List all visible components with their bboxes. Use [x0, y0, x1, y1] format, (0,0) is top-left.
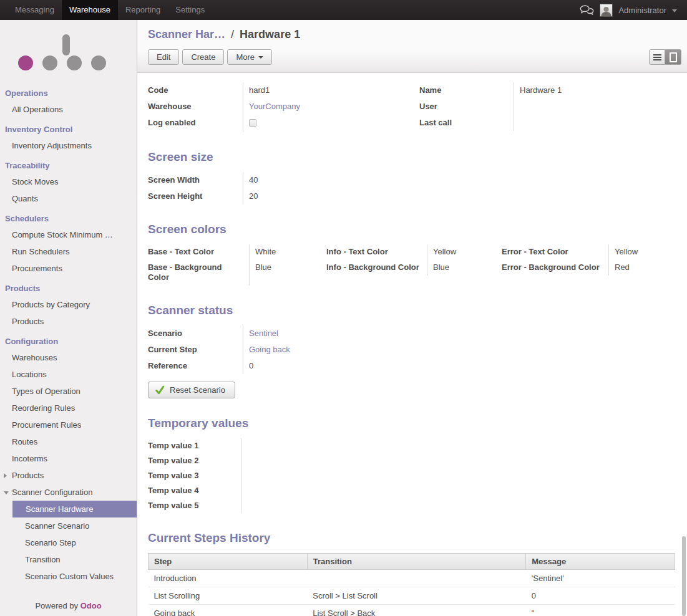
table-row[interactable]: Going backList Scroll > Back": [149, 605, 675, 616]
field-link-current-step[interactable]: Going back: [249, 345, 290, 354]
sidebar-item-compute-stock-minimum[interactable]: Compute Stock Minimum …: [0, 226, 137, 243]
sidebar-item-products[interactable]: Products: [0, 467, 137, 484]
edit-button[interactable]: Edit: [148, 49, 179, 65]
user-menu-label[interactable]: Administrator: [618, 6, 666, 15]
field-value-screen-height: 20: [243, 188, 547, 205]
topbar-menu-warehouse[interactable]: Warehouse: [62, 0, 118, 20]
topbar-menu-messaging[interactable]: Messaging: [7, 0, 62, 20]
field-value-last-call: [514, 115, 675, 131]
create-button[interactable]: Create: [182, 49, 224, 65]
list-view-icon[interactable]: [649, 49, 665, 65]
scrollbar-thumb[interactable]: [682, 536, 686, 616]
field-value-temp-value-4: [241, 483, 547, 498]
sidebar: OperationsAll OperationsInventory Contro…: [0, 20, 137, 616]
field-link-warehouse[interactable]: YourCompany: [249, 102, 300, 111]
sidebar-item-procurement-rules[interactable]: Procurement Rules: [0, 416, 137, 433]
sidebar-item-label: Scanner Hardware: [26, 504, 93, 514]
sidebar-section-configuration: Configuration: [0, 330, 137, 349]
field-label-code: Code: [148, 82, 243, 99]
sidebar-item-locations[interactable]: Locations: [0, 366, 137, 383]
sidebar-item-label: Warehouses: [12, 353, 57, 362]
sidebar-item-warehouses[interactable]: Warehouses: [0, 349, 137, 366]
field-value-error-background-color: Red: [609, 260, 676, 276]
field-label-base-background-color: Base - Background Color: [148, 260, 250, 286]
more-button-label: More: [236, 52, 255, 62]
sidebar-item-scenario-custom-values[interactable]: Scenario Custom Values: [0, 568, 137, 585]
history-col-transition[interactable]: Transition: [307, 554, 526, 570]
field-value-error-text-color: Yellow: [609, 244, 676, 260]
sidebar-item-stock-moves[interactable]: Stock Moves: [0, 173, 137, 190]
reset-scenario-button[interactable]: Reset Scenario: [148, 382, 235, 398]
sidebar-item-label: Scanner Scenario: [25, 521, 89, 531]
breadcrumb-separator: /: [228, 28, 236, 41]
odoo-brand-link[interactable]: Odoo: [80, 601, 102, 610]
current-steps-history-table: StepTransitionMessage Introduction'Senti…: [148, 553, 675, 616]
field-value-temp-value-1: [241, 438, 547, 453]
sidebar-item-quants[interactable]: Quants: [0, 190, 137, 207]
table-row[interactable]: Introduction'Sentinel': [149, 570, 675, 587]
section-title-screen-size: Screen size: [148, 150, 675, 164]
topbar-menu-reporting[interactable]: Reporting: [118, 0, 168, 20]
screen-size-fields: Screen Width40Screen Height20: [148, 172, 547, 205]
field-label-info-background-color: Info - Background Color: [326, 260, 427, 276]
sidebar-item-reordering-rules[interactable]: Reordering Rules: [0, 400, 137, 416]
sidebar-item-label: Procurements: [12, 264, 62, 273]
field-label-screen-height: Screen Height: [148, 188, 243, 205]
history-col-step[interactable]: Step: [149, 554, 308, 570]
checkbox-unchecked[interactable]: [249, 119, 256, 127]
action-button-row: Edit Create More: [148, 49, 681, 65]
reset-scenario-label: Reset Scenario: [170, 385, 225, 395]
chevron-down-icon[interactable]: [4, 491, 9, 494]
powered-by: Powered by Odoo: [0, 595, 137, 616]
sidebar-item-routes[interactable]: Routes: [0, 433, 137, 450]
temporary-values-fields: Temp value 1Temp value 2Temp value 3Temp…: [148, 438, 547, 513]
chat-bubbles-icon[interactable]: [580, 5, 594, 16]
field-label-scenario: Scenario: [148, 325, 243, 342]
sidebar-item-run-schedulers[interactable]: Run Schedulers: [0, 243, 137, 260]
sidebar-item-procurements[interactable]: Procurements: [0, 260, 137, 277]
sidebar-item-label: Types of Operation: [12, 387, 80, 396]
sidebar-item-incoterms[interactable]: Incoterms: [0, 450, 137, 467]
sidebar-item-scanner-configuration[interactable]: Scanner Configuration: [0, 484, 137, 501]
field-label-current-step: Current Step: [148, 342, 243, 358]
sidebar-item-products[interactable]: Products: [0, 313, 137, 330]
topbar: MessagingWarehouseReportingSettings Admi…: [0, 0, 687, 20]
history-col-message[interactable]: Message: [526, 554, 675, 570]
avatar[interactable]: [600, 4, 613, 17]
sidebar-item-inventory-adjustments[interactable]: Inventory Adjustments: [0, 137, 137, 154]
field-label-temp-value-2: Temp value 2: [148, 453, 241, 468]
field-label-temp-value-5: Temp value 5: [148, 498, 241, 513]
field-value-info-background-color: Blue: [427, 260, 494, 276]
sidebar-item-products-by-category[interactable]: Products by Category: [0, 296, 137, 313]
chevron-right-icon[interactable]: [4, 473, 7, 478]
chevron-down-icon: [258, 56, 263, 59]
field-link-scenario[interactable]: Sentinel: [249, 329, 278, 338]
topbar-menus: MessagingWarehouseReportingSettings: [7, 0, 212, 20]
field-label-reference: Reference: [148, 358, 243, 374]
sidebar-item-label: Routes: [12, 437, 37, 446]
sidebar-item-label: Transition: [25, 555, 61, 564]
field-value-user: [514, 99, 675, 115]
sidebar-item-scanner-scenario[interactable]: Scanner Scenario: [0, 517, 137, 534]
field-label-info-text-color: Info - Text Color: [326, 244, 427, 260]
breadcrumb-parent[interactable]: Scanner Har…: [148, 28, 225, 41]
history-cell-transition: Scroll > List Scroll: [307, 587, 526, 605]
sidebar-item-scanner-hardware[interactable]: Scanner Hardware: [12, 501, 137, 517]
topbar-menu-settings[interactable]: Settings: [168, 0, 212, 20]
sidebar-item-scenario-step[interactable]: Scenario Step: [0, 534, 137, 551]
sidebar-item-label: Reordering Rules: [12, 403, 75, 413]
field-value-name: Hardware 1: [514, 82, 675, 99]
sidebar-item-all-operations[interactable]: All Operations: [0, 101, 137, 118]
more-button[interactable]: More: [227, 49, 272, 65]
field-label-last-call: Last call: [419, 115, 514, 131]
section-title-history: Current Steps History: [148, 531, 675, 545]
sidebar-item-label: Stock Moves: [12, 177, 58, 186]
screen-colors-group-1: Base - Text ColorWhiteBase - Background …: [148, 244, 318, 286]
sidebar-item-transition[interactable]: Transition: [0, 551, 137, 568]
form-view-icon[interactable]: [665, 49, 681, 65]
table-row[interactable]: List ScrollingScroll > List Scroll0: [149, 587, 675, 605]
sidebar-item-types-of-operation[interactable]: Types of Operation: [0, 383, 137, 400]
chevron-down-icon[interactable]: [672, 9, 677, 12]
field-label-base-text-color: Base - Text Color: [148, 244, 250, 260]
sidebar-item-label: Scenario Step: [25, 538, 76, 547]
